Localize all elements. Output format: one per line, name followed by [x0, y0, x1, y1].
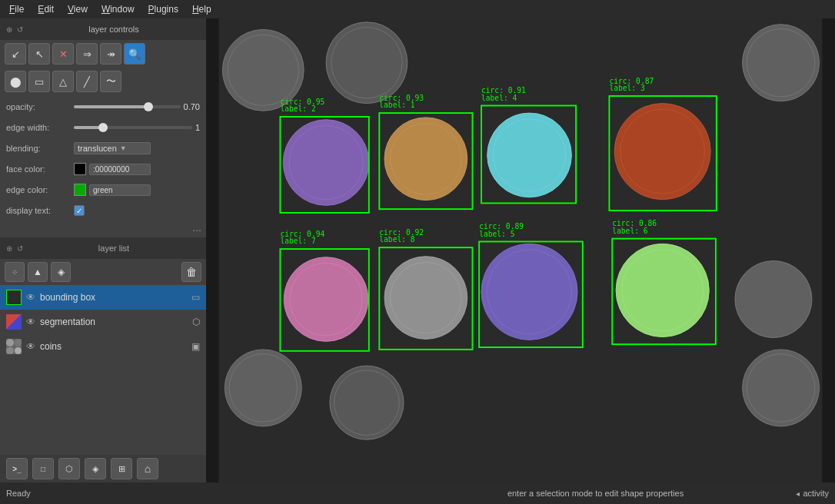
menu-file[interactable]: File [3, 2, 30, 16]
svg-text:circ: 0.87: circ: 0.87 [609, 77, 654, 85]
panel-collapse: ··· [0, 222, 206, 237]
grid-view-btn[interactable]: ⊞ [111, 458, 132, 479]
tool-row-2: ⬤ ▭ △ ╱ 〜 [0, 68, 206, 95]
console-btn[interactable]: >_ [6, 458, 28, 479]
left-panel: ⊕ ↺ layer controls ↙ ↖ ✕ ⇒ ↠ 🔍 ⬤ ▭ △ ╱ 〜… [0, 18, 206, 482]
layer-thumb-coins [6, 339, 22, 354]
svg-point-3 [743, 25, 820, 101]
edge-width-slider-thumb[interactable] [98, 123, 108, 132]
canvas-svg: label: 2 circ: 0.95 label: 1 circ: 0.93 … [206, 18, 835, 482]
add-points-layer-btn[interactable]: ⁘ [5, 262, 25, 282]
menu-view[interactable]: View [62, 2, 94, 16]
tool-arrow-diagonal[interactable]: ↙ [5, 43, 26, 65]
layer-list-title: layer list [28, 244, 200, 253]
svg-point-33 [284, 257, 368, 342]
canvas-content[interactable]: label: 2 circ: 0.95 label: 1 circ: 0.93 … [206, 18, 835, 482]
tool-triangle[interactable]: △ [52, 71, 74, 92]
tool-arrow-right2[interactable]: ↠ [100, 43, 121, 65]
face-color-value: :00000000 [89, 164, 151, 175]
tool-select-rect[interactable]: ▭ [28, 71, 50, 92]
svg-point-38 [384, 257, 467, 340]
layer-item-segmentation[interactable]: 👁 segmentation ⬡ [0, 310, 206, 334]
opacity-row: opacity: 0.70 [6, 98, 200, 115]
layer-controls-title: layer controls [28, 25, 200, 34]
svg-point-28 [614, 104, 710, 200]
svg-point-43 [481, 244, 577, 340]
svg-point-23 [487, 113, 572, 197]
grid-btn2[interactable]: ◈ [85, 458, 106, 479]
layer-visibility-seg[interactable]: 👁 [26, 317, 35, 327]
tool-path[interactable]: 〜 [100, 71, 121, 92]
blending-arrow-icon: ▼ [120, 144, 127, 152]
tool-close[interactable]: ✕ [52, 43, 74, 65]
tool-line[interactable]: ╱ [76, 71, 98, 92]
delete-layer-btn[interactable]: 🗑 [181, 262, 201, 282]
3d-btn[interactable]: ⬡ [58, 458, 80, 479]
layer-list-refresh-icon: ↺ [17, 244, 23, 253]
layer-item-coins[interactable]: 👁 coins ▣ [0, 334, 206, 359]
edge-width-label: edge width: [6, 123, 69, 132]
tool-search[interactable]: 🔍 [124, 43, 145, 65]
svg-point-6 [743, 350, 820, 426]
edge-color-swatch[interactable] [74, 184, 86, 196]
opacity-slider-fill [74, 105, 148, 108]
svg-text:label: 3: label: 3 [609, 84, 644, 92]
layer-name-seg: segmentation [40, 317, 188, 327]
menu-window[interactable]: Window [95, 2, 141, 16]
svg-text:circ: 0.86: circ: 0.86 [612, 219, 657, 227]
add-shapes-layer-btn[interactable]: ▲ [28, 262, 48, 282]
layer-visibility-bbox[interactable]: 👁 [26, 292, 35, 303]
svg-text:label: 4: label: 4 [481, 94, 517, 102]
menu-help[interactable]: Help [186, 2, 218, 16]
main-area: ⊕ ↺ layer controls ↙ ↖ ✕ ⇒ ↠ 🔍 ⬤ ▭ △ ╱ 〜… [0, 18, 835, 482]
svg-point-18 [384, 118, 467, 201]
layer-visibility-coins[interactable]: 👁 [26, 341, 35, 352]
tool-arrow-right[interactable]: ⇒ [76, 43, 98, 65]
svg-point-2 [326, 22, 408, 104]
opacity-slider-container: 0.70 [74, 102, 200, 111]
blending-select[interactable]: translucen ▼ [74, 142, 151, 154]
edge-width-slider-track[interactable] [74, 126, 192, 129]
svg-text:circ: 0.89: circ: 0.89 [479, 222, 524, 230]
svg-text:label: 8: label: 8 [379, 235, 414, 244]
menu-plugins[interactable]: Plugins [142, 2, 185, 16]
opacity-slider-thumb[interactable] [144, 102, 153, 111]
layer-list-pan-icon: ⊕ [6, 244, 12, 253]
svg-point-4 [225, 350, 301, 426]
statusbar-message: enter a selection mode to edit shape pro… [401, 489, 790, 498]
display-text-row: display text: [6, 202, 200, 219]
layer-list-section: ⊕ ↺ layer list ⁘ ▲ ◈ 🗑 👁 bounding box ▭ [0, 237, 206, 455]
display-text-label: display text: [6, 206, 69, 215]
face-color-controls: :00000000 [74, 163, 151, 175]
more-options-icon[interactable]: ··· [192, 224, 201, 236]
layer-thumb-seg [6, 314, 22, 330]
face-color-swatch[interactable] [74, 163, 86, 175]
svg-text:circ: 0.94: circ: 0.94 [280, 230, 324, 238]
menubar: File Edit View Window Plugins Help [0, 0, 835, 18]
edge-color-label: edge color: [6, 185, 69, 194]
tool-row-1: ↙ ↖ ✕ ⇒ ↠ 🔍 [0, 40, 206, 68]
home-btn[interactable]: ⌂ [137, 458, 158, 479]
add-label-layer-btn[interactable]: ◈ [51, 262, 71, 282]
display-text-checkbox[interactable] [74, 205, 85, 216]
opacity-label: opacity: [6, 102, 69, 111]
activity-label[interactable]: activity [803, 489, 829, 498]
tool-arrow-up-left[interactable]: ↖ [28, 43, 50, 65]
layer-list-header: ⊕ ↺ layer list [0, 237, 206, 259]
svg-point-5 [330, 366, 404, 439]
svg-text:label: 6: label: 6 [612, 227, 647, 235]
menu-edit[interactable]: Edit [32, 2, 60, 16]
layer-type-icon-bbox: ▭ [191, 292, 200, 303]
svg-text:circ: 0.91: circ: 0.91 [481, 86, 526, 94]
layer-item-bounding-box[interactable]: 👁 bounding box ▭ [0, 285, 206, 310]
ready-status: Ready [6, 489, 31, 498]
ndim-btn[interactable]: □ [32, 458, 54, 479]
svg-point-13 [283, 120, 369, 206]
edge-color-row: edge color: green [6, 181, 200, 198]
canvas-area[interactable]: label: 2 circ: 0.95 label: 1 circ: 0.93 … [206, 18, 835, 482]
tool-select-circle[interactable]: ⬤ [5, 71, 26, 92]
layer-controls-header: ⊕ ↺ layer controls [0, 18, 206, 40]
opacity-slider-track[interactable] [74, 105, 181, 108]
edge-width-row: edge width: 1 [6, 119, 200, 136]
statusbar: Ready enter a selection mode to edit sha… [0, 482, 835, 504]
